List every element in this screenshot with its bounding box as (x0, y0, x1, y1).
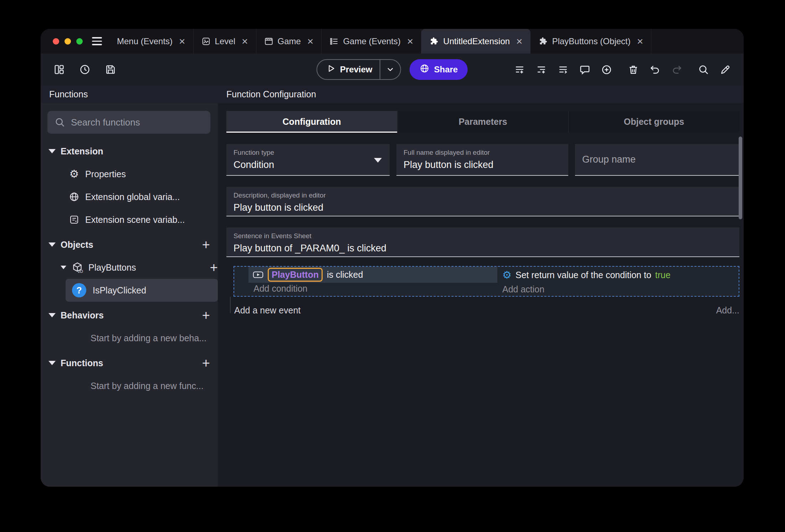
tree-item-extension-scene-variables[interactable]: Extension scene variab... (41, 208, 218, 231)
choose-event-icon[interactable] (599, 62, 614, 77)
extension-icon (538, 36, 548, 46)
add-event-row: Add a new event Add... (226, 305, 739, 316)
edit-scene-icon[interactable] (717, 62, 733, 77)
event-gutter[interactable] (234, 267, 248, 296)
add-function-to-object-button[interactable]: + (210, 261, 218, 274)
preview-label: Preview (340, 65, 373, 75)
search-functions-input[interactable] (71, 117, 203, 128)
tab-parameters[interactable]: Parameters (397, 111, 568, 133)
group-label: Behaviors (61, 310, 104, 321)
field-value: Play button is clicked (404, 159, 561, 170)
condition-function-icon: ? (72, 283, 86, 297)
tab-game[interactable]: Game × (256, 29, 322, 53)
field-label: Sentence in Events Sheet (234, 232, 732, 240)
tree-group-functions[interactable]: Functions + (41, 352, 218, 374)
tab-menu-events[interactable]: Menu (Events) × (109, 29, 194, 53)
tree-item-playbuttons[interactable]: 2D PlayButtons + (41, 256, 218, 279)
preview-button-main[interactable]: Preview (317, 60, 380, 79)
tab-level[interactable]: Level × (194, 29, 256, 53)
content: Functions Extension ⚙ Properties (41, 86, 744, 487)
main-menu-icon[interactable] (92, 29, 102, 53)
project-manager-icon[interactable] (51, 62, 67, 77)
close-icon[interactable]: × (516, 36, 523, 47)
preview-dropdown-button[interactable] (380, 60, 400, 79)
gear-icon: ⚙ (68, 169, 80, 179)
undo-icon[interactable] (647, 62, 663, 77)
chevron-down-icon[interactable] (48, 361, 56, 365)
sidebar-title: Functions (41, 86, 218, 103)
close-icon[interactable]: × (407, 36, 414, 47)
add-subevent-icon[interactable] (533, 62, 549, 77)
add-object-button[interactable]: + (202, 238, 210, 251)
actions-column: ⚙ Set return value of the condition to t… (497, 267, 739, 296)
condition-row[interactable]: PlayButton is clicked (248, 267, 497, 283)
close-icon[interactable]: × (637, 36, 643, 47)
history-icon[interactable] (77, 62, 93, 77)
events-sheet-icon (329, 37, 339, 46)
sentence-field[interactable]: Sentence in Events Sheet Play button of … (226, 227, 739, 257)
tab-playbuttons-object[interactable]: PlayButtons (Object) × (530, 29, 652, 53)
zoom-window-button[interactable] (76, 38, 83, 45)
tab-configuration[interactable]: Configuration (226, 111, 397, 133)
delete-icon[interactable] (625, 62, 641, 77)
functions-empty-hint: Start by adding a new func... (41, 374, 218, 397)
close-icon[interactable]: × (242, 36, 248, 47)
tab-object-groups[interactable]: Object groups (568, 111, 739, 133)
tree-group-extension[interactable]: Extension (41, 140, 218, 163)
main-title: Function Configuration (218, 86, 744, 103)
tree-item-properties[interactable]: ⚙ Properties (41, 163, 218, 185)
close-window-button[interactable] (53, 38, 59, 45)
add-event-icon[interactable] (512, 62, 527, 77)
vertical-scrollbar[interactable] (739, 137, 742, 219)
close-icon[interactable]: × (307, 36, 314, 47)
event-selected[interactable]: PlayButton is clicked Add condition ⚙ Se… (234, 266, 739, 297)
traffic-lights (41, 29, 90, 53)
full-name-field[interactable]: Full name displayed in editor Play butto… (396, 144, 568, 176)
add-new-event-button[interactable]: Add a new event (234, 305, 301, 316)
group-label: Functions (61, 358, 103, 368)
close-icon[interactable]: × (179, 36, 185, 47)
minimize-window-button[interactable] (65, 38, 71, 45)
tree-item-isplayclicked-selected[interactable]: ? IsPlayClicked (66, 279, 218, 302)
search-functions-box[interactable] (47, 111, 210, 134)
action-row[interactable]: ⚙ Set return value of the condition to t… (497, 267, 739, 282)
add-comment-icon[interactable] (577, 62, 592, 77)
search-icon[interactable] (696, 62, 711, 77)
add-condition-button[interactable]: Add condition (248, 283, 497, 296)
chevron-down-icon[interactable] (48, 313, 56, 317)
condition-object-parameter[interactable]: PlayButton (268, 268, 323, 282)
redo-icon[interactable] (669, 62, 684, 77)
preview-button[interactable]: Preview (317, 59, 401, 80)
add-behavior-button[interactable]: + (202, 308, 210, 322)
item-label: IsPlayClicked (93, 285, 146, 296)
tree-item-extension-global-variables[interactable]: Extension global varia... (41, 185, 218, 208)
tree-group-behaviors[interactable]: Behaviors + (41, 304, 218, 327)
extension-icon (429, 36, 439, 46)
field-value: Play button of _PARAM0_ is clicked (234, 243, 732, 254)
chevron-down-icon[interactable] (48, 149, 56, 153)
add-other-event-icon[interactable] (555, 62, 571, 77)
tab-untitled-extension[interactable]: UntitledExtension × (421, 29, 530, 53)
function-type-select[interactable]: Function type Condition (226, 144, 390, 176)
tab-game-events[interactable]: Game (Events) × (322, 29, 421, 53)
action-text: Set return value of the condition to (515, 270, 651, 280)
add-action-button[interactable]: Add action (497, 282, 739, 296)
group-name-field[interactable] (575, 144, 739, 176)
item-label: Properties (85, 169, 126, 179)
add-function-button[interactable]: + (202, 356, 210, 370)
group-name-input[interactable] (582, 154, 732, 165)
function-configuration-panel: Function Configuration Configuration Par… (218, 86, 744, 487)
form-row: Function type Condition Full name displa… (226, 144, 739, 176)
extension-tree: Extension ⚙ Properties Extension global … (41, 140, 218, 397)
main-body: Configuration Parameters Object groups F… (218, 103, 744, 487)
tree-group-objects[interactable]: Objects + (41, 233, 218, 256)
tab-label: Game (278, 36, 301, 46)
save-icon[interactable] (103, 62, 118, 77)
item-label: Extension global varia... (85, 192, 180, 202)
share-button[interactable]: Share (410, 59, 468, 80)
add-more-button[interactable]: Add... (716, 305, 739, 316)
description-field[interactable]: Description, displayed in editor Play bu… (226, 187, 739, 216)
chevron-down-icon[interactable] (61, 266, 66, 269)
action-value-parameter[interactable]: true (655, 270, 671, 280)
chevron-down-icon[interactable] (48, 242, 56, 247)
